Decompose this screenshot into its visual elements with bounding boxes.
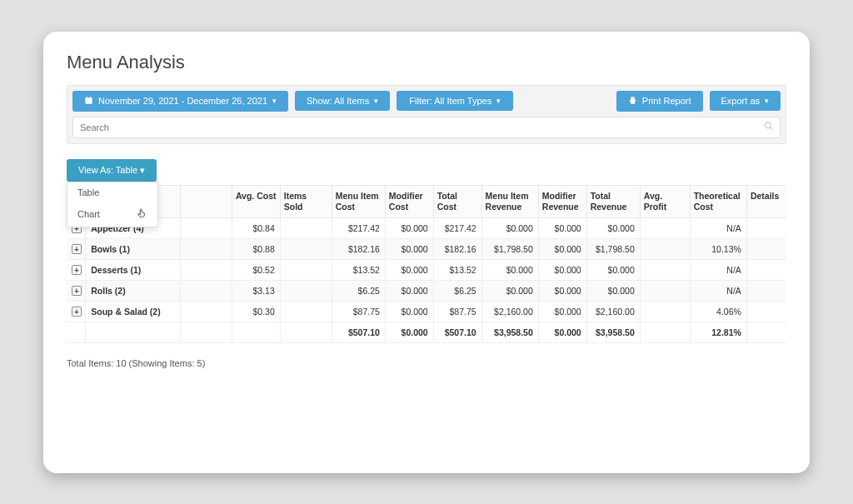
cell-details — [746, 301, 786, 322]
col-menu-item-revenue[interactable]: Menu Item Revenue — [481, 185, 538, 217]
total-menu-item-revenue: $3,958.50 — [481, 322, 538, 342]
cell-modifier-revenue: $0.000 — [538, 238, 586, 259]
cell-total-cost: $87.75 — [433, 301, 481, 322]
table-row: +Desserts (1)$0.52$13.52$0.000$13.52$0.0… — [67, 259, 786, 280]
expand-cell[interactable]: + — [67, 280, 86, 301]
cell-menu-item-cost: $87.75 — [332, 301, 385, 322]
cell-avg-profit — [640, 217, 690, 238]
cell-theoretical-cost: N/A — [690, 280, 746, 301]
table-row: +Bowls (1)$0.88$182.16$0.000$182.16$1,79… — [67, 238, 786, 259]
total-total-cost: $507.10 — [433, 322, 481, 342]
cell-modifier-cost: $0.000 — [385, 280, 433, 301]
show-filter-button[interactable]: Show: All Items ▾ — [295, 91, 390, 111]
cell-items-sold — [280, 217, 332, 238]
col-avg-profit[interactable]: Avg. Profit — [640, 185, 690, 217]
total-menu-item-cost: $507.10 — [332, 322, 385, 342]
cell-menu-item-revenue: $2,160.00 — [481, 301, 538, 322]
search-icon — [764, 121, 774, 133]
app-window: Menu Analysis November 29, 2021 - Decemb… — [43, 32, 810, 473]
col-modifier-cost[interactable]: Modifier Cost — [385, 185, 433, 217]
plus-icon: + — [72, 286, 82, 296]
cell-avg-profit — [640, 301, 690, 322]
total-total-revenue: $3,958.50 — [586, 322, 640, 342]
table-row: +Rolls (2)$3.13$6.25$0.000$6.25$0.000$0.… — [67, 280, 786, 301]
cell-items-sold — [280, 301, 332, 322]
cell-modifier-cost: $0.000 — [385, 301, 433, 322]
cell-theoretical-cost: N/A — [690, 217, 746, 238]
view-as-dropdown: View As: Table ▾ Table Chart — [67, 159, 157, 182]
print-report-button[interactable]: Print Report — [616, 91, 703, 112]
cell-menu-item: Bowls (1) — [86, 238, 181, 259]
summary-line: Total Items: 10 (Showing Items: 5) — [67, 358, 786, 368]
cell-total-revenue: $1,798.50 — [586, 238, 640, 259]
total-modifier-revenue: $0.000 — [538, 322, 586, 342]
cell-menu-item-cost: $13.52 — [332, 259, 385, 280]
cell-modifier-revenue: $0.000 — [538, 259, 586, 280]
cell-total-cost: $182.16 — [433, 238, 481, 259]
toolbar: November 29, 2021 - December 26, 2021 ▾ … — [67, 85, 786, 144]
view-as-button[interactable]: View As: Table ▾ — [67, 159, 157, 182]
chevron-down-icon: ▾ — [140, 165, 145, 175]
svg-point-7 — [766, 122, 771, 128]
cursor-hand-icon — [136, 207, 147, 222]
cell-avg-cost: $3.13 — [232, 280, 280, 301]
col-blank — [180, 185, 232, 217]
search-wrap — [72, 117, 781, 138]
cell-avg-cost: $0.88 — [232, 238, 280, 259]
table-row: +Appetizer (4)$0.84$217.42$0.000$217.42$… — [67, 217, 786, 238]
expand-cell[interactable]: + — [67, 301, 86, 322]
plus-icon: + — [72, 265, 82, 275]
chevron-down-icon: ▾ — [272, 97, 277, 105]
total-modifier-cost: $0.000 — [385, 322, 433, 342]
col-total-revenue[interactable]: Total Revenue — [586, 185, 640, 217]
cell-details — [746, 259, 786, 280]
cell-avg-profit — [640, 238, 690, 259]
cell-menu-item: Rolls (2) — [86, 280, 181, 301]
plus-icon: + — [72, 244, 82, 254]
type-filter-label: Filter: All Item Types — [409, 96, 491, 106]
cell-modifier-cost: $0.000 — [385, 259, 433, 280]
expand-cell[interactable]: + — [67, 259, 86, 280]
col-items-sold[interactable]: Items Sold — [280, 185, 332, 217]
date-range-button[interactable]: November 29, 2021 - December 26, 2021 ▾ — [72, 91, 288, 112]
view-option-table[interactable]: Table — [67, 182, 157, 202]
type-filter-button[interactable]: Filter: All Item Types ▾ — [397, 91, 513, 111]
plus-icon: + — [72, 307, 82, 317]
cell-total-revenue: $2,160.00 — [586, 301, 640, 322]
show-filter-label: Show: All Items — [307, 96, 369, 106]
view-as-label: View As: Table — [78, 165, 137, 175]
cell-total-cost: $6.25 — [433, 280, 481, 301]
expand-cell[interactable]: + — [67, 238, 86, 259]
cell-total-revenue: $0.000 — [586, 217, 640, 238]
totals-row: $507.10 $0.000 $507.10 $3,958.50 $0.000 … — [67, 322, 786, 342]
cell-menu-item-revenue: $0.000 — [481, 280, 538, 301]
search-input[interactable] — [72, 117, 781, 138]
svg-rect-2 — [90, 96, 91, 97]
cell-total-cost: $217.42 — [433, 217, 481, 238]
cell-menu-item-revenue: $1,798.50 — [481, 238, 538, 259]
chevron-down-icon: ▾ — [374, 97, 378, 105]
cell-menu-item-revenue: $0.000 — [481, 259, 538, 280]
export-label: Export as — [721, 96, 760, 106]
svg-rect-1 — [87, 96, 87, 97]
cell-menu-item: Soup & Salad (2) — [86, 301, 181, 322]
col-avg-cost[interactable]: Avg. Cost — [232, 185, 280, 217]
cell-total-revenue: $0.000 — [586, 259, 640, 280]
cell-details — [746, 280, 786, 301]
col-total-cost[interactable]: Total Cost — [433, 185, 481, 217]
svg-rect-3 — [85, 99, 92, 100]
cell-modifier-revenue: $0.000 — [538, 217, 586, 238]
cell-details — [746, 217, 786, 238]
col-menu-item-cost[interactable]: Menu Item Cost — [332, 185, 385, 217]
cell-items-sold — [280, 238, 332, 259]
view-as-menu: Table Chart — [67, 182, 158, 227]
cell-theoretical-cost: N/A — [690, 259, 746, 280]
col-modifier-revenue[interactable]: Modifier Revenue — [538, 185, 586, 217]
col-details[interactable]: Details — [746, 185, 786, 217]
export-button[interactable]: Export as ▾ — [710, 91, 781, 111]
view-option-chart[interactable]: Chart — [67, 202, 157, 227]
table-header-row: + Menu Item ▲2 Avg. Cost Items Sold Menu… — [67, 185, 786, 217]
print-icon — [628, 96, 637, 107]
col-theoretical-cost[interactable]: Theoretical Cost — [690, 185, 746, 217]
cell-modifier-cost: $0.000 — [385, 217, 433, 238]
